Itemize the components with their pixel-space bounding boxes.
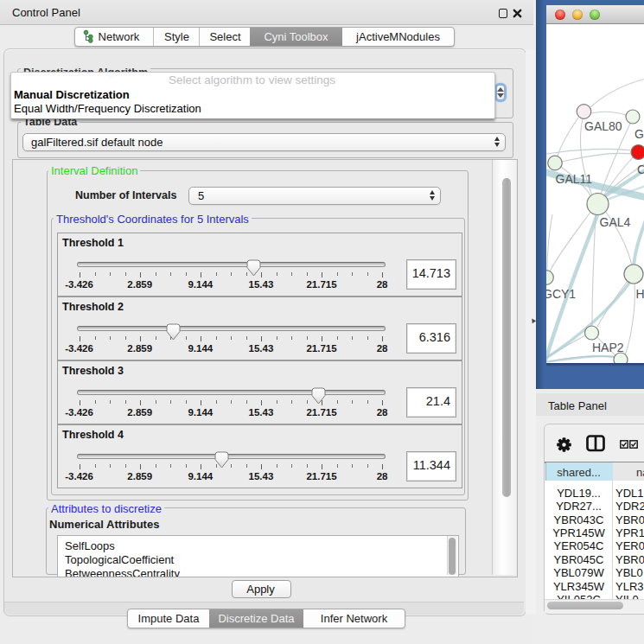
svg-text:GAL80: GAL80 — [584, 119, 622, 133]
svg-text:GAL4: GAL4 — [600, 215, 631, 229]
svg-text:C: C — [637, 163, 644, 176]
svg-text:GA: GA — [634, 127, 644, 141]
svg-text:HAP2: HAP2 — [592, 341, 624, 354]
svg-text:GAL11: GAL11 — [556, 172, 593, 186]
svg-text:GCY1: GCY1 — [546, 287, 576, 301]
svg-text:H: H — [636, 287, 644, 301]
